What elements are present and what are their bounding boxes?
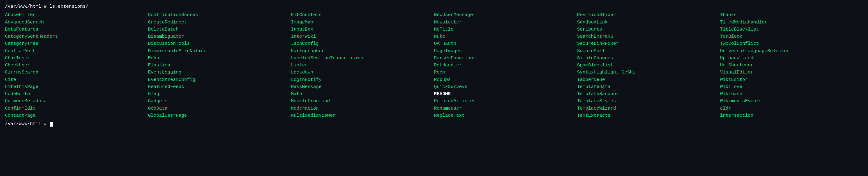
list-item: CentralAuth xyxy=(5,47,148,55)
list-item: NewUserMessage xyxy=(434,11,577,19)
list-item: MultimediaViewer xyxy=(291,112,434,119)
list-item: Nuke xyxy=(434,33,577,40)
list-item: BetaFeatures xyxy=(5,26,148,33)
bottom-prompt-text: /var/www/html # xyxy=(5,121,50,127)
column-2: ContributionScoresCreateRedirectDeleteBa… xyxy=(148,11,291,119)
list-item: InputBox xyxy=(291,26,434,33)
list-item: LoginNotify xyxy=(291,76,434,83)
list-item: CharInsert xyxy=(5,55,148,62)
list-item: Linter xyxy=(291,62,434,69)
list-item: GeoData xyxy=(148,105,291,112)
list-item: CiteThisPage xyxy=(5,83,148,91)
list-item: ConfirmEdit xyxy=(5,105,148,112)
list-item: EventStreamConfig xyxy=(148,76,291,83)
list-item: TimedMediaHandler xyxy=(720,19,863,26)
list-item: ReplaceText xyxy=(434,112,577,119)
list-item: CategorySortHeaders xyxy=(5,33,148,40)
list-item: Lockdown xyxy=(291,69,434,76)
list-item: Popups xyxy=(434,76,577,83)
list-item: TitleBlacklist xyxy=(720,26,863,33)
list-item: UploadWizard xyxy=(720,55,863,62)
list-item: TemplateStyles xyxy=(577,98,720,105)
top-prompt: /var/www/html # ls extensions/ xyxy=(5,3,863,10)
column-3: HitCountersImageMapInputBoxInterwikiJson… xyxy=(291,11,434,119)
list-item: ParserFunctions xyxy=(434,55,577,62)
list-item: CheckUser xyxy=(5,62,148,69)
list-item: SecureLinkFixer xyxy=(577,40,720,47)
list-item: Renameuser xyxy=(434,105,577,112)
list-item: FeaturedFeeds xyxy=(148,83,291,91)
list-item: SpamBlacklist xyxy=(577,62,720,69)
list-item: DeleteBatch xyxy=(148,26,291,33)
list-item: Disambiguator xyxy=(148,33,291,40)
list-item: EventLogging xyxy=(148,69,291,76)
list-item: PdfHandler xyxy=(434,62,577,69)
list-item: QuickSurveys xyxy=(434,83,577,91)
list-item: SandboxLink xyxy=(577,19,720,26)
list-item: TemplateWizard xyxy=(577,105,720,112)
list-item: JsonConfig xyxy=(291,40,434,47)
list-item: CreateRedirect xyxy=(148,19,291,26)
list-item: MassMessage xyxy=(291,83,434,91)
list-item: SecurePoll xyxy=(577,47,720,55)
list-item: Kartographer xyxy=(291,47,434,55)
list-item: Gadgets xyxy=(148,98,291,105)
list-item: TabberNeue xyxy=(577,76,720,83)
list-item: TorBlock xyxy=(720,33,863,40)
column-4: NewUserMessageNewsletterNoTitleNukeOATHA… xyxy=(434,11,577,119)
list-item: TemplateSandbox xyxy=(577,91,720,98)
list-item: Echo xyxy=(148,55,291,62)
list-item: WikimediaEvents xyxy=(720,98,863,105)
column-6: ThanksTimedMediaHandlerTitleBlacklistTor… xyxy=(720,11,863,119)
list-item: SearchExtraNS xyxy=(577,33,720,40)
list-item: Cite xyxy=(5,76,148,83)
list-item: UrlShortener xyxy=(720,62,863,69)
list-item: RevisionSlider xyxy=(577,11,720,19)
list-item: README xyxy=(434,91,577,98)
cursor-block xyxy=(50,122,53,127)
list-item: CirrusSearch xyxy=(5,69,148,76)
list-item: Wikibase xyxy=(720,91,863,98)
list-item: Elastica xyxy=(148,62,291,69)
list-item: HitCounters xyxy=(291,11,434,19)
list-item: Newsletter xyxy=(434,19,577,26)
list-item: Math xyxy=(291,91,434,98)
list-item: cldr xyxy=(720,105,863,112)
prompt-text: /var/www/html # ls extensions/ xyxy=(5,4,88,9)
list-item: VisualEditor xyxy=(720,69,863,76)
list-item: TemplateData xyxy=(577,83,720,91)
list-item: ContactPage xyxy=(5,112,148,119)
list-item: MobileFrontend xyxy=(291,98,434,105)
list-item: AdvancedSearch xyxy=(5,19,148,26)
list-item: Thanks xyxy=(720,11,863,19)
list-item: PageImages xyxy=(434,47,577,55)
list-item: WikiLove xyxy=(720,83,863,91)
list-item: UniversalLanguageSelector xyxy=(720,47,863,55)
list-item: GTag xyxy=(148,91,291,98)
list-item: intersection xyxy=(720,112,863,119)
list-item: SyntaxHighlight_GeSHi xyxy=(577,69,720,76)
list-item: LabeledSectionTransclusion xyxy=(291,55,434,62)
list-item: Scribunto xyxy=(577,26,720,33)
list-item: RelatedArticles xyxy=(434,98,577,105)
list-item: CommonsMetadata xyxy=(5,98,148,105)
list-item: Poem xyxy=(434,69,577,76)
list-item: CodeEditor xyxy=(5,91,148,98)
column-1: AbuseFilterAdvancedSearchBetaFeaturesCat… xyxy=(5,11,148,119)
list-item: SimpleChanges xyxy=(577,55,720,62)
list-item: CategoryTree xyxy=(5,40,148,47)
list-item: TextExtracts xyxy=(577,112,720,119)
list-item: DiscussionTools xyxy=(148,40,291,47)
list-item: NoTitle xyxy=(434,26,577,33)
list-item: Moderation xyxy=(291,105,434,112)
list-item: TwoColConflict xyxy=(720,40,863,47)
list-item: ContributionScores xyxy=(148,11,291,19)
column-5: RevisionSliderSandboxLinkScribuntoSearch… xyxy=(577,11,720,119)
list-item: Interwiki xyxy=(291,33,434,40)
extensions-grid: AbuseFilterAdvancedSearchBetaFeaturesCat… xyxy=(5,11,863,119)
list-item: OATHAuth xyxy=(434,40,577,47)
list-item: WikiEditor xyxy=(720,76,863,83)
list-item: GlobalUserPage xyxy=(148,112,291,119)
list-item: DismissableSiteNotice xyxy=(148,47,291,55)
list-item: AbuseFilter xyxy=(5,11,148,19)
